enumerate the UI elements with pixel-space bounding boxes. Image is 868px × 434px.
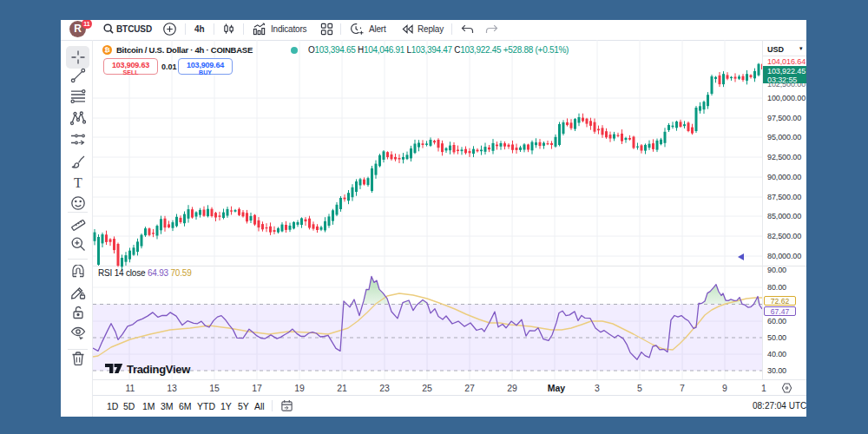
svg-text:TradingView: TradingView bbox=[127, 363, 191, 376]
